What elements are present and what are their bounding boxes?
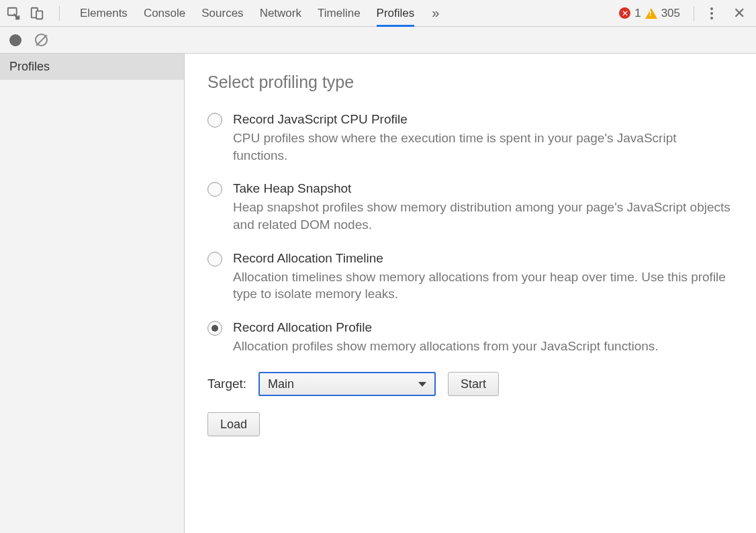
error-count[interactable]: 1 — [634, 7, 641, 20]
option-description: Heap snapshot profiles show memory distr… — [233, 199, 733, 233]
tab-elements[interactable]: Elements — [80, 0, 128, 27]
option-allocation-profile: Record Allocation Profile Allocation pro… — [207, 320, 733, 355]
option-heap-snapshot: Take Heap Snapshot Heap snapshot profile… — [207, 181, 733, 233]
kebab-menu-icon[interactable] — [708, 7, 716, 19]
profiles-sidebar: Profiles — [0, 54, 185, 533]
device-toggle-icon[interactable] — [30, 6, 44, 21]
option-description: CPU profiles show where the execution ti… — [233, 130, 733, 164]
radio-heap-snapshot[interactable] — [207, 182, 222, 197]
option-description: Allocation timelines show memory allocat… — [233, 269, 733, 303]
warning-badge-icon[interactable] — [645, 8, 657, 19]
svg-rect-3 — [36, 11, 42, 19]
profiles-content: Select profiling type Record JavaScript … — [185, 54, 756, 533]
toolbar-divider — [694, 6, 694, 21]
tab-console[interactable]: Console — [144, 0, 185, 27]
start-button[interactable]: Start — [448, 372, 499, 396]
tab-timeline[interactable]: Timeline — [318, 0, 361, 27]
inspect-element-icon[interactable] — [7, 6, 21, 21]
sidebar-header-profiles[interactable]: Profiles — [0, 54, 184, 80]
devtools-tabs: Elements Console Sources Network Timelin… — [80, 0, 414, 27]
more-tabs-icon[interactable]: » — [432, 5, 439, 21]
devtools-toolbar: Elements Console Sources Network Timelin… — [0, 0, 756, 27]
tab-profiles[interactable]: Profiles — [377, 0, 415, 27]
target-select[interactable]: Main — [258, 372, 436, 396]
load-button[interactable]: Load — [207, 412, 260, 436]
option-allocation-timeline: Record Allocation Timeline Allocation ti… — [207, 251, 733, 303]
target-select-value: Main — [268, 377, 294, 391]
chevron-down-icon — [418, 382, 426, 387]
svg-rect-0 — [8, 7, 17, 15]
body-area: Profiles Select profiling type Record Ja… — [0, 54, 756, 533]
option-cpu-profile: Record JavaScript CPU Profile CPU profil… — [207, 112, 733, 164]
close-icon[interactable]: ✕ — [729, 5, 749, 22]
toolbar-divider — [59, 6, 60, 21]
error-badge-icon[interactable]: ✕ — [619, 7, 630, 19]
tab-sources[interactable]: Sources — [201, 0, 243, 27]
radio-cpu-profile[interactable] — [207, 113, 222, 128]
option-title[interactable]: Record JavaScript CPU Profile — [233, 112, 733, 127]
target-label: Target: — [207, 377, 246, 391]
radio-allocation-profile[interactable] — [207, 321, 222, 336]
target-row: Target: Main Start — [207, 372, 733, 396]
record-button-icon[interactable] — [9, 34, 21, 46]
option-title[interactable]: Take Heap Snapshot — [233, 181, 733, 196]
radio-allocation-timeline[interactable] — [207, 252, 222, 266]
profiles-toolbar — [0, 27, 756, 54]
option-title[interactable]: Record Allocation Profile — [233, 320, 733, 335]
clear-icon[interactable] — [35, 34, 48, 46]
tab-network[interactable]: Network — [260, 0, 301, 27]
warning-count[interactable]: 305 — [661, 7, 680, 20]
option-title[interactable]: Record Allocation Timeline — [233, 251, 733, 266]
option-description: Allocation profiles show memory allocati… — [233, 338, 733, 355]
page-heading: Select profiling type — [207, 72, 733, 92]
